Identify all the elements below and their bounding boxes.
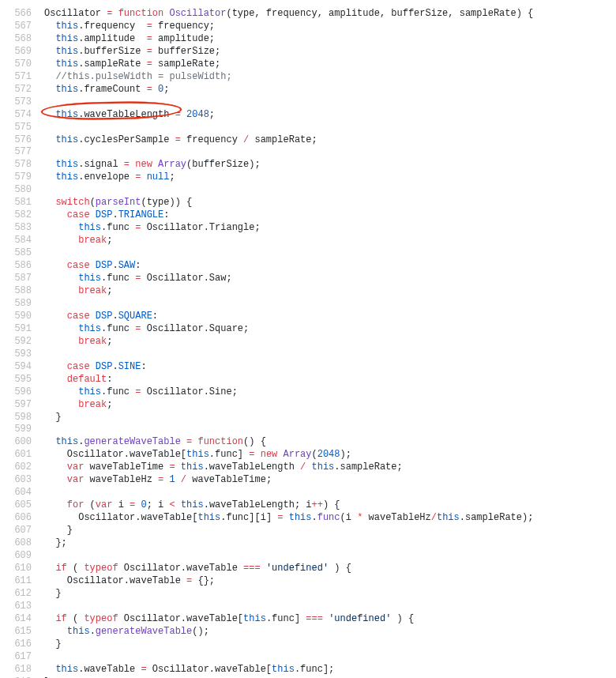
line-content[interactable]: this.waveTable = Oscillator.waveTable[th… [44,664,616,676]
code-line[interactable]: 568 this.amplitude = amplitude; [0,33,616,46]
code-line[interactable]: 593 [0,348,616,361]
code-line[interactable]: 584 break; [0,235,616,247]
line-content[interactable] [44,348,616,361]
line-content[interactable]: } [44,588,616,601]
line-content[interactable]: this.func = Oscillator.Sine; [44,386,616,399]
line-content[interactable]: break; [44,285,616,298]
code-line[interactable]: 600 this.generateWaveTable = function() … [0,436,616,449]
code-line[interactable]: 606 Oscillator.waveTable[this.func][i] =… [0,512,616,525]
line-content[interactable]: default: [44,374,616,386]
line-content[interactable]: this.func = Oscillator.Saw; [44,273,616,285]
line-content[interactable]: this.cyclesPerSample = frequency / sampl… [44,134,616,147]
line-content[interactable] [44,298,616,311]
line-content[interactable] [44,601,616,613]
line-content[interactable]: this.func = Oscillator.Square; [44,323,616,336]
line-content[interactable]: case DSP.SQUARE: [44,311,616,323]
line-content[interactable]: if ( typeof Oscillator.waveTable === 'un… [44,563,616,575]
code-editor[interactable]: 566Oscillator = function Oscillator(type… [0,0,616,678]
line-content[interactable]: this.frameCount = 0; [44,84,616,96]
line-content[interactable]: Oscillator.waveTable = {}; [44,575,616,588]
code-line[interactable]: 605 for (var i = 0; i < this.waveTableLe… [0,499,616,512]
line-content[interactable]: //this.pulseWidth = pulseWidth; [44,71,616,84]
code-line[interactable]: 570 this.sampleRate = sampleRate; [0,58,616,71]
code-line[interactable]: 592 break; [0,336,616,348]
code-line[interactable]: 615 this.generateWaveTable(); [0,626,616,638]
code-line[interactable]: 581 switch(parseInt(type)) { [0,197,616,209]
line-content[interactable]: } [44,638,616,651]
code-line[interactable]: 578 this.signal = new Array(bufferSize); [0,159,616,171]
code-line[interactable]: 602 var waveTableTime = this.waveTableLe… [0,461,616,474]
code-line[interactable]: 598 } [0,412,616,424]
code-line[interactable]: 599 [0,424,616,436]
line-content[interactable] [44,651,616,664]
line-content[interactable]: this.waveTableLength = 2048; [44,109,616,122]
code-line[interactable]: 601 Oscillator.waveTable[this.func] = ne… [0,449,616,461]
line-content[interactable] [44,96,616,109]
line-content[interactable] [44,550,616,563]
line-content[interactable]: }; [44,537,616,550]
code-line[interactable]: 610 if ( typeof Oscillator.waveTable ===… [0,563,616,575]
code-line[interactable]: 589 [0,298,616,311]
code-line[interactable]: 585 [0,247,616,260]
line-content[interactable]: this.func = Oscillator.Triangle; [44,222,616,235]
line-content[interactable]: switch(parseInt(type)) { [44,197,616,209]
code-line[interactable]: 587 this.func = Oscillator.Saw; [0,273,616,285]
code-line[interactable]: 588 break; [0,285,616,298]
line-content[interactable]: var waveTableTime = this.waveTableLength… [44,461,616,474]
line-content[interactable]: case DSP.SAW: [44,260,616,273]
line-content[interactable]: break; [44,399,616,412]
code-line[interactable]: 594 case DSP.SINE: [0,361,616,374]
line-content[interactable]: Oscillator = function Oscillator(type, f… [44,8,616,21]
code-line[interactable]: 608 }; [0,537,616,550]
code-line[interactable]: 573 [0,96,616,109]
line-content[interactable]: this.generateWaveTable = function() { [44,436,616,449]
code-line[interactable]: 583 this.func = Oscillator.Triangle; [0,222,616,235]
line-content[interactable] [44,487,616,499]
line-content[interactable] [44,122,616,134]
code-line[interactable]: 618 this.waveTable = Oscillator.waveTabl… [0,664,616,676]
code-line[interactable]: 566Oscillator = function Oscillator(type… [0,8,616,21]
line-content[interactable]: } [44,525,616,537]
code-line[interactable]: 580 [0,184,616,197]
line-content[interactable]: this.sampleRate = sampleRate; [44,58,616,71]
code-line[interactable]: 569 this.bufferSize = bufferSize; [0,46,616,58]
line-content[interactable]: this.bufferSize = bufferSize; [44,46,616,58]
line-content[interactable]: case DSP.SINE: [44,361,616,374]
code-line[interactable]: 571 //this.pulseWidth = pulseWidth; [0,71,616,84]
code-line[interactable]: 575 [0,122,616,134]
code-line[interactable]: 595 default: [0,374,616,386]
code-line[interactable]: 597 break; [0,399,616,412]
line-content[interactable]: } [44,412,616,424]
code-line[interactable]: 590 case DSP.SQUARE: [0,311,616,323]
code-line[interactable]: 616 } [0,638,616,651]
line-content[interactable]: if ( typeof Oscillator.waveTable[this.fu… [44,613,616,626]
code-line[interactable]: 609 [0,550,616,563]
line-content[interactable] [44,146,616,159]
code-line[interactable]: 579 this.envelope = null; [0,171,616,184]
code-line[interactable]: 567 this.frequency = frequency; [0,21,616,33]
code-line[interactable]: 611 Oscillator.waveTable = {}; [0,575,616,588]
code-line[interactable]: 596 this.func = Oscillator.Sine; [0,386,616,399]
code-line[interactable]: 576 this.cyclesPerSample = frequency / s… [0,134,616,147]
code-line[interactable]: 607 } [0,525,616,537]
line-content[interactable]: case DSP.TRIANGLE: [44,209,616,222]
line-content[interactable]: Oscillator.waveTable[this.func] = new Ar… [44,449,616,461]
code-line[interactable]: 613 [0,601,616,613]
line-content[interactable]: break; [44,336,616,348]
line-content[interactable]: this.frequency = frequency; [44,21,616,33]
code-line[interactable]: 614 if ( typeof Oscillator.waveTable[thi… [0,613,616,626]
code-line[interactable]: 582 case DSP.TRIANGLE: [0,209,616,222]
line-content[interactable]: var waveTableHz = 1 / waveTableTime; [44,474,616,487]
line-content[interactable]: this.envelope = null; [44,171,616,184]
code-line[interactable]: 591 this.func = Oscillator.Square; [0,323,616,336]
line-content[interactable]: this.amplitude = amplitude; [44,33,616,46]
line-content[interactable] [44,184,616,197]
line-content[interactable]: this.signal = new Array(bufferSize); [44,159,616,171]
code-line[interactable]: 612 } [0,588,616,601]
line-content[interactable]: this.generateWaveTable(); [44,626,616,638]
line-content[interactable]: for (var i = 0; i < this.waveTableLength… [44,499,616,512]
code-line[interactable]: 603 var waveTableHz = 1 / waveTableTime; [0,474,616,487]
code-line[interactable]: 577 [0,146,616,159]
line-content[interactable]: break; [44,235,616,247]
code-line[interactable]: 617 [0,651,616,664]
